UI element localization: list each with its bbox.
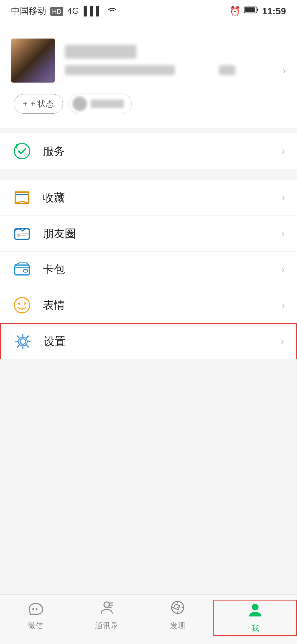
moments-text-blur bbox=[91, 100, 124, 108]
signal-bars: ▌▌▌ bbox=[84, 6, 102, 16]
svg-point-14 bbox=[24, 302, 26, 305]
contacts-nav-icon bbox=[99, 600, 114, 618]
moments-chevron-icon: › bbox=[282, 228, 285, 239]
me-nav-label: 我 bbox=[251, 623, 259, 634]
svg-marker-25 bbox=[174, 604, 180, 610]
menu-item-sticker[interactable]: 表情 › bbox=[0, 287, 297, 323]
svg-point-7 bbox=[17, 233, 21, 237]
sticker-icon bbox=[12, 295, 32, 315]
service-section: 服务 › bbox=[0, 133, 297, 169]
grey-background-area bbox=[0, 359, 297, 469]
status-right: ⏰ 11:59 bbox=[230, 6, 286, 17]
menu-group-section: 收藏 › 朋友圈 › 卡包 › bbox=[0, 180, 297, 359]
profile-name-blur bbox=[65, 45, 136, 59]
network-signal: 4G bbox=[67, 6, 79, 16]
section-divider-2 bbox=[0, 174, 297, 180]
favorites-label: 收藏 bbox=[43, 190, 282, 205]
svg-point-17 bbox=[32, 608, 34, 610]
svg-point-15 bbox=[20, 339, 26, 344]
svg-point-4 bbox=[16, 144, 18, 146]
wechat-nav-label: 微信 bbox=[28, 621, 43, 631]
svg-point-24 bbox=[177, 607, 178, 608]
menu-item-settings[interactable]: 设置 › bbox=[0, 323, 297, 359]
menu-item-wallet[interactable]: 卡包 › bbox=[0, 252, 297, 287]
svg-rect-10 bbox=[15, 265, 29, 275]
svg-rect-11 bbox=[24, 269, 28, 272]
settings-label: 设置 bbox=[44, 334, 281, 349]
avatar[interactable] bbox=[11, 39, 55, 83]
wallet-icon bbox=[12, 260, 32, 279]
svg-point-13 bbox=[18, 302, 20, 305]
carrier-info: 中国移动 HD 4G ▌▌▌ bbox=[11, 5, 117, 17]
nav-item-wechat[interactable]: 微信 bbox=[0, 600, 71, 631]
add-status-button[interactable]: + + 状态 bbox=[14, 94, 63, 114]
profile-id-suffix-blur bbox=[219, 65, 235, 75]
wallet-label: 卡包 bbox=[43, 262, 282, 277]
nav-item-discover[interactable]: 发现 bbox=[142, 600, 213, 631]
status-buttons-row: + + 状态 bbox=[11, 94, 286, 114]
alarm-icon: ⏰ bbox=[230, 6, 241, 16]
service-label: 服务 bbox=[43, 144, 282, 159]
service-icon bbox=[12, 141, 32, 161]
moments-icon bbox=[12, 224, 32, 244]
service-chevron-icon: › bbox=[282, 145, 285, 157]
profile-chevron-icon[interactable]: › bbox=[282, 64, 286, 77]
profile-id-blur bbox=[65, 65, 175, 75]
discover-nav-icon bbox=[170, 600, 185, 618]
menu-item-service[interactable]: 服务 › bbox=[0, 133, 297, 169]
svg-rect-8 bbox=[22, 233, 28, 234]
svg-point-12 bbox=[14, 298, 30, 313]
svg-rect-2 bbox=[245, 7, 255, 12]
wechat-nav-icon bbox=[28, 600, 43, 618]
hd-badge: HD bbox=[50, 7, 63, 16]
menu-item-favorites[interactable]: 收藏 › bbox=[0, 180, 297, 216]
settings-icon bbox=[13, 332, 33, 351]
moments-avatar-blur bbox=[73, 97, 87, 111]
discover-nav-label: 发现 bbox=[170, 621, 185, 631]
nav-item-me[interactable]: 我 bbox=[213, 600, 297, 636]
sticker-chevron-icon: › bbox=[282, 299, 285, 311]
favorites-chevron-icon: › bbox=[282, 192, 285, 204]
time-display: 11:59 bbox=[262, 6, 286, 17]
svg-point-26 bbox=[252, 604, 258, 610]
status-bar: 中国移动 HD 4G ▌▌▌ ⏰ 11:59 bbox=[0, 0, 297, 22]
me-nav-icon bbox=[248, 602, 263, 621]
section-divider-1 bbox=[0, 128, 297, 133]
plus-icon: + bbox=[23, 99, 28, 108]
bottom-navigation: 微信 通讯录 发现 bbox=[0, 594, 297, 644]
battery-icon bbox=[244, 6, 259, 16]
moments-status-button[interactable] bbox=[68, 94, 132, 114]
svg-rect-1 bbox=[257, 9, 258, 11]
profile-section: › + + 状态 bbox=[0, 22, 297, 128]
sticker-label: 表情 bbox=[43, 298, 282, 313]
profile-info: › bbox=[65, 45, 286, 77]
svg-point-18 bbox=[36, 608, 38, 610]
favorites-icon bbox=[12, 188, 32, 208]
contacts-nav-label: 通讯录 bbox=[95, 621, 118, 631]
add-status-label: + 状态 bbox=[31, 98, 54, 110]
svg-rect-9 bbox=[22, 235, 26, 236]
nav-item-contacts[interactable]: 通讯录 bbox=[71, 600, 142, 631]
settings-chevron-icon: › bbox=[281, 336, 284, 347]
wallet-chevron-icon: › bbox=[282, 264, 285, 275]
menu-item-moments[interactable]: 朋友圈 › bbox=[0, 216, 297, 252]
moments-label: 朋友圈 bbox=[43, 226, 282, 241]
wifi-icon bbox=[107, 6, 117, 16]
